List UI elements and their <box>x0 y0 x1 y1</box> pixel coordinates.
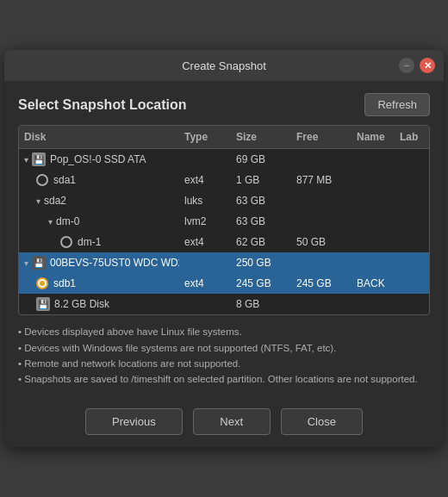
row-lab <box>395 282 429 285</box>
row-name <box>352 240 395 244</box>
section-title: Select Snapshot Location <box>18 97 187 113</box>
row-free <box>291 158 352 161</box>
row-name <box>352 158 395 161</box>
radio-button[interactable] <box>36 277 48 289</box>
table-row[interactable]: ▾💾00BEVS-75UST0 WDC WD25250 GB <box>19 252 429 273</box>
table-row[interactable]: dm-1ext462 GB50 GB <box>19 232 429 252</box>
tree-toggle-icon[interactable]: ▾ <box>48 217 53 227</box>
titlebar: Create Snapshot − ✕ <box>4 50 444 81</box>
row-size: 69 GB <box>231 152 291 167</box>
table-row[interactable]: ▾sda2luks63 GB <box>19 190 429 211</box>
row-size: 63 GB <box>231 193 291 208</box>
row-label: sdb1 <box>53 277 76 289</box>
row-type <box>179 302 231 306</box>
row-label: sda2 <box>44 195 66 207</box>
tree-toggle-icon[interactable]: ▾ <box>24 258 28 268</box>
row-type <box>179 261 231 264</box>
row-type: lvm2 <box>179 214 231 229</box>
table-body: ▾💾Pop_OS!-0 SSD ATA69 GBsda1ext41 GB877 … <box>19 149 429 314</box>
col-free: Free <box>291 129 352 145</box>
radio-button[interactable] <box>36 174 48 186</box>
col-name: Name <box>352 129 395 145</box>
row-name <box>352 178 395 182</box>
window-title: Create Snapshot <box>182 59 266 72</box>
create-snapshot-window: Create Snapshot − ✕ Select Snapshot Loca… <box>4 50 444 447</box>
col-disk: Disk <box>19 129 179 145</box>
col-lab: Lab <box>395 129 429 145</box>
row-type: ext4 <box>179 172 231 188</box>
row-lab <box>395 261 429 264</box>
table-row[interactable]: ▾💾Pop_OS!-0 SSD ATA69 GB <box>19 149 429 170</box>
previous-button[interactable]: Previous <box>85 408 183 435</box>
row-free: 50 GB <box>291 234 352 250</box>
col-size: Size <box>231 129 291 145</box>
row-label: 8.2 GB Disk <box>54 298 109 310</box>
row-label: dm-0 <box>56 215 79 227</box>
row-size: 8 GB <box>231 296 291 312</box>
close-button[interactable]: Close <box>281 408 363 435</box>
row-size: 250 GB <box>231 255 291 270</box>
minimize-button[interactable]: − <box>399 58 414 73</box>
row-lab <box>395 220 429 223</box>
row-name <box>352 199 395 202</box>
row-size: 245 GB <box>231 276 291 291</box>
note-line: • Remote and network locations are not s… <box>18 356 430 371</box>
table-row[interactable]: sda1ext41 GB877 MB <box>19 170 429 190</box>
row-free: 877 MB <box>291 172 352 188</box>
row-lab <box>395 158 429 161</box>
disk-icon: 💾 <box>32 152 46 166</box>
close-window-button[interactable]: ✕ <box>420 58 435 73</box>
disk-icon: 💾 <box>36 297 50 311</box>
close-icon: ✕ <box>424 60 432 71</box>
titlebar-buttons: − ✕ <box>399 58 435 73</box>
disk-icon: 💾 <box>32 256 46 270</box>
row-free <box>291 199 352 202</box>
row-lab <box>395 199 429 202</box>
row-label: Pop_OS!-0 SSD ATA <box>50 153 146 165</box>
row-size: 1 GB <box>231 172 291 188</box>
tree-toggle-icon[interactable]: ▾ <box>24 155 28 165</box>
row-size: 63 GB <box>231 214 291 229</box>
note-line: • Devices displayed above have Linux fil… <box>18 324 430 339</box>
col-type: Type <box>179 129 231 145</box>
next-button[interactable]: Next <box>193 408 271 435</box>
row-free <box>291 302 352 306</box>
row-label: sda1 <box>53 174 76 186</box>
minimize-icon: − <box>403 59 409 71</box>
tree-toggle-icon[interactable]: ▾ <box>36 196 40 206</box>
table-row[interactable]: 💾8.2 GB Disk8 GB <box>19 294 429 314</box>
row-lab <box>395 302 429 306</box>
table-row[interactable]: ▾dm-0lvm263 GB <box>19 211 429 232</box>
note-line: • Devices with Windows file systems are … <box>18 340 430 356</box>
table-row[interactable]: sdb1ext4245 GB245 GBBACK <box>19 273 429 294</box>
row-free: 245 GB <box>291 276 352 291</box>
row-type <box>179 158 231 161</box>
row-name <box>352 261 395 264</box>
row-name <box>352 302 395 306</box>
row-free <box>291 261 352 264</box>
row-type: ext4 <box>179 234 231 250</box>
row-lab <box>395 178 429 182</box>
row-label: 00BEVS-75UST0 WDC WD25 <box>50 257 179 269</box>
notes-section: • Devices displayed above have Linux fil… <box>18 324 430 388</box>
row-name: BACK <box>352 276 395 291</box>
table-header: Disk Type Size Free Name Lab <box>19 126 429 149</box>
row-type: luks <box>179 193 231 208</box>
radio-button[interactable] <box>60 236 72 248</box>
disk-tree-table: Disk Type Size Free Name Lab ▾💾Pop_OS!-0… <box>18 125 430 315</box>
row-name <box>352 220 395 223</box>
note-line: • Snapshots are saved to /timeshift on s… <box>18 371 430 387</box>
main-content: Select Snapshot Location Refresh Disk Ty… <box>4 81 444 400</box>
row-free <box>291 220 352 223</box>
row-lab <box>395 240 429 244</box>
header-row: Select Snapshot Location Refresh <box>18 93 430 116</box>
row-type: ext4 <box>179 276 231 291</box>
footer: Previous Next Close <box>4 400 444 447</box>
refresh-button[interactable]: Refresh <box>364 93 430 116</box>
row-label: dm-1 <box>78 236 101 248</box>
row-size: 62 GB <box>231 234 291 250</box>
